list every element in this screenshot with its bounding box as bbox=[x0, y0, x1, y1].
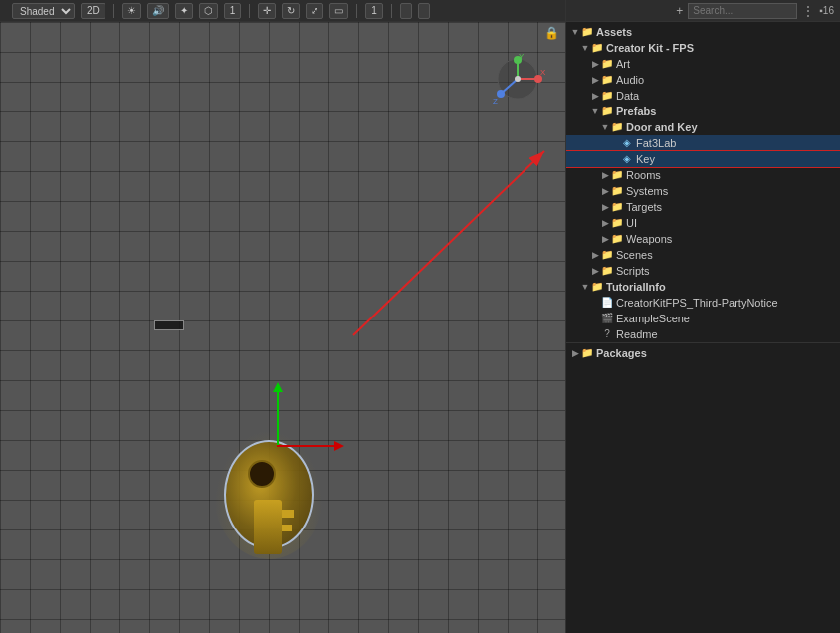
tree-item-assets[interactable]: ▼ 📁 Assets bbox=[566, 24, 840, 40]
tree-item-door-and-key[interactable]: ▼ 📁 Door and Key bbox=[566, 119, 840, 135]
tree-item-data[interactable]: ▶ 📁 Data bbox=[566, 88, 840, 104]
tree-item-creator-notice[interactable]: 📄 CreatorKitFPS_Third-PartyNotice bbox=[566, 295, 840, 311]
tree-label-creator-kit: Creator Kit - FPS bbox=[606, 42, 694, 54]
scene-viewport[interactable]: X Y Z 🔒 bbox=[0, 22, 565, 633]
tree-arrow-door-and-key: ▼ bbox=[600, 122, 610, 132]
tree-item-targets[interactable]: ▶ 📁 Targets bbox=[566, 199, 840, 215]
tree-icon-ui: 📁 bbox=[610, 216, 624, 230]
tree-label-audio: Audio bbox=[616, 74, 644, 86]
sound-icon-btn[interactable]: 🔊 bbox=[147, 3, 169, 19]
tree-item-key[interactable]: ◈ Key bbox=[566, 151, 840, 167]
tree-arrow-creator-kit: ▼ bbox=[580, 43, 590, 53]
tree-arrow-packages: ▶ bbox=[570, 348, 580, 358]
all-btn[interactable] bbox=[418, 3, 430, 19]
tree-arrow-data: ▶ bbox=[590, 91, 600, 101]
rotate-icon-btn[interactable]: ↻ bbox=[282, 3, 300, 19]
project-add-button[interactable]: + bbox=[674, 4, 685, 18]
tree-label-scenes: Scenes bbox=[616, 249, 653, 261]
tree-arrow-weapons: ▶ bbox=[600, 234, 610, 244]
axis-gizmo: X Y Z bbox=[491, 52, 545, 106]
tree-item-systems[interactable]: ▶ 📁 Systems bbox=[566, 183, 840, 199]
tree-label-systems: Systems bbox=[626, 185, 668, 197]
tree-label-data: Data bbox=[616, 90, 639, 102]
tree-label-packages: Packages bbox=[596, 347, 647, 359]
tree-icon-creator-kit: 📁 bbox=[590, 41, 604, 55]
tree-arrow-art: ▶ bbox=[590, 59, 600, 69]
tree-icon-tutorial-info: 📁 bbox=[590, 280, 604, 294]
svg-text:X: X bbox=[540, 68, 545, 77]
transform-x-arrow[interactable] bbox=[277, 445, 336, 447]
transform-y-arrow[interactable] bbox=[277, 390, 279, 445]
tree-item-tutorial-info[interactable]: ▼ 📁 TutorialInfo bbox=[566, 279, 840, 295]
project-panel: + ⋮ ▪16 ▼ 📁 Assets ▼ 📁 Creator Kit - FPS… bbox=[566, 0, 840, 633]
svg-text:Y: Y bbox=[519, 52, 525, 61]
tree-arrow-audio: ▶ bbox=[590, 75, 600, 85]
tree-item-rooms[interactable]: ▶ 📁 Rooms bbox=[566, 167, 840, 183]
separator2 bbox=[249, 4, 250, 18]
lock-icon: 🔒 bbox=[544, 26, 559, 40]
tree-label-readme: Readme bbox=[616, 328, 658, 340]
num1-btn[interactable]: 1 bbox=[224, 3, 242, 19]
tree-icon-door-and-key: 📁 bbox=[610, 120, 624, 134]
tree-arrow-rooms: ▶ bbox=[600, 170, 610, 180]
tree-item-readme[interactable]: ? Readme bbox=[566, 326, 840, 342]
scale-icon-btn[interactable]: ⤢ bbox=[306, 3, 323, 19]
gizmos-btn[interactable] bbox=[400, 3, 412, 19]
tree-icon-packages: 📁 bbox=[580, 346, 594, 360]
tree-item-weapons[interactable]: ▶ 📁 Weapons bbox=[566, 231, 840, 247]
tree-icon-data: 📁 bbox=[600, 89, 614, 103]
light-icon-btn[interactable]: ☀ bbox=[122, 3, 141, 19]
tree-label-scripts: Scripts bbox=[616, 265, 650, 277]
shading-dropdown[interactable]: Shaded bbox=[12, 3, 75, 19]
scene-panel: Shaded 2D ☀ 🔊 ✦ ⬡ 1 ✛ ↻ ⤢ ▭ 1 bbox=[0, 0, 566, 633]
tree-label-targets: Targets bbox=[626, 201, 662, 213]
project-count: ▪16 bbox=[819, 5, 834, 16]
tree-item-scripts[interactable]: ▶ 📁 Scripts bbox=[566, 263, 840, 279]
tree-label-art: Art bbox=[616, 58, 630, 70]
tree-icon-example-scene: 🎬 bbox=[600, 312, 614, 325]
num2-btn[interactable]: 1 bbox=[365, 3, 383, 19]
2d-button[interactable]: 2D bbox=[81, 3, 105, 19]
tree-arrow-ui: ▶ bbox=[600, 218, 610, 228]
tree-item-prefabs[interactable]: ▼ 📁 Prefabs bbox=[566, 104, 840, 119]
tree-item-example-scene[interactable]: 🎬 ExampleScene bbox=[566, 311, 840, 326]
fx-icon-btn[interactable]: ✦ bbox=[175, 3, 193, 19]
tree-label-ui: UI bbox=[626, 217, 637, 229]
name-plate-box bbox=[154, 320, 184, 330]
tree-item-scenes[interactable]: ▶ 📁 Scenes bbox=[566, 247, 840, 263]
tree-item-packages[interactable]: ▶ 📁 Packages bbox=[566, 342, 840, 361]
key-tooth1 bbox=[282, 510, 294, 518]
move-icon-btn[interactable]: ✛ bbox=[258, 3, 276, 19]
tree-item-creator-kit[interactable]: ▼ 📁 Creator Kit - FPS bbox=[566, 40, 840, 56]
tree-label-tutorial-info: TutorialInfo bbox=[606, 281, 666, 293]
tree-item-fat3lab[interactable]: ◈ Fat3Lab bbox=[566, 135, 840, 151]
rect-icon-btn[interactable]: ▭ bbox=[329, 3, 348, 19]
project-tree[interactable]: ▼ 📁 Assets ▼ 📁 Creator Kit - FPS ▶ 📁 Art… bbox=[566, 22, 840, 633]
tree-label-prefabs: Prefabs bbox=[616, 106, 656, 117]
tree-label-weapons: Weapons bbox=[626, 233, 672, 245]
project-options-button[interactable]: ⋮ bbox=[800, 4, 816, 18]
key-hole bbox=[248, 460, 276, 488]
key-3d-object[interactable] bbox=[214, 400, 323, 559]
svg-point-8 bbox=[497, 90, 505, 98]
tree-arrow-systems: ▶ bbox=[600, 186, 610, 196]
tree-arrow-assets: ▼ bbox=[570, 27, 580, 37]
separator4 bbox=[391, 4, 392, 18]
tree-label-assets: Assets bbox=[596, 26, 632, 38]
tree-item-audio[interactable]: ▶ 📁 Audio bbox=[566, 72, 840, 88]
key-tooth2 bbox=[282, 525, 292, 531]
tree-icon-weapons: 📁 bbox=[610, 232, 624, 246]
tree-icon-scenes: 📁 bbox=[600, 248, 614, 262]
tree-arrow-scenes: ▶ bbox=[590, 250, 600, 260]
project-search-input[interactable] bbox=[688, 3, 797, 19]
tree-label-door-and-key: Door and Key bbox=[626, 121, 698, 133]
scene-header: Shaded 2D ☀ 🔊 ✦ ⬡ 1 ✛ ↻ ⤢ ▭ 1 bbox=[0, 0, 565, 22]
separator bbox=[113, 4, 114, 18]
tree-item-art[interactable]: ▶ 📁 Art bbox=[566, 56, 840, 72]
separator3 bbox=[356, 4, 357, 18]
sky-icon-btn[interactable]: ⬡ bbox=[199, 3, 218, 19]
tree-label-rooms: Rooms bbox=[626, 169, 661, 181]
tree-item-ui[interactable]: ▶ 📁 UI bbox=[566, 215, 840, 231]
tree-icon-readme: ? bbox=[600, 327, 614, 341]
tree-icon-fat3lab: ◈ bbox=[620, 136, 634, 150]
